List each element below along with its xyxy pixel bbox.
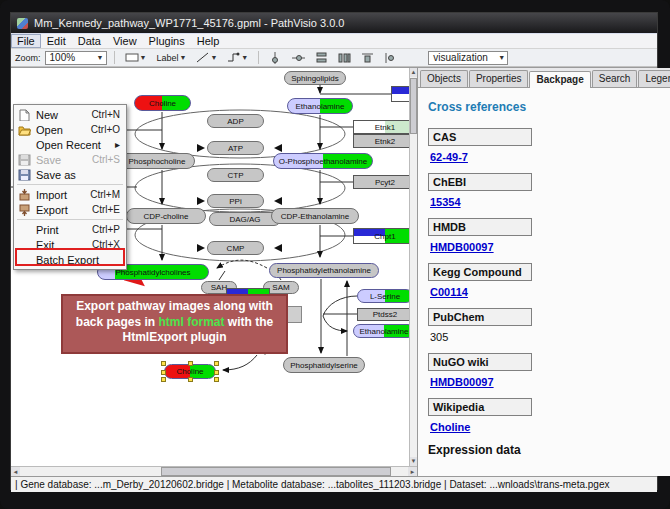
connector-tool-button[interactable]: ▼: [224, 50, 251, 65]
xref-link[interactable]: 15354: [430, 196, 461, 208]
chevron-down-icon: ▼: [140, 54, 147, 61]
stack-horizontal-button[interactable]: [335, 50, 354, 66]
tab-search[interactable]: Search: [592, 70, 638, 87]
gene-box-icon: [125, 52, 139, 63]
xref-link[interactable]: C00114: [430, 286, 468, 298]
tab-properties[interactable]: Properties: [469, 70, 529, 87]
node-ppi[interactable]: PPi: [207, 194, 264, 208]
xref-source-name: CAS: [428, 128, 532, 146]
app-window: Mm_Kennedy_pathway_WP1771_45176.gpml - P…: [10, 12, 658, 490]
file-menu-batch-export[interactable]: Batch Export: [14, 252, 126, 267]
visualization-combobox[interactable]: visualization▼: [428, 51, 508, 65]
gene-box-etnk1[interactable]: Etnk1: [353, 120, 409, 134]
connector-icon: [227, 52, 240, 63]
node-ethanolamine-bottom[interactable]: Ethanolamine: [353, 324, 409, 338]
node-ctp[interactable]: CTP: [207, 168, 264, 182]
xref-link[interactable]: Choline: [430, 421, 470, 433]
selection-handle[interactable]: [161, 361, 166, 366]
node-sphingolipids[interactable]: Sphingolipids: [284, 71, 346, 85]
node-choline-selected[interactable]: Choline: [164, 364, 216, 379]
xref-section-wikipedia: Wikipedia Choline: [428, 398, 670, 433]
node-cdp-ethanolamine[interactable]: CDP-Ethanolamine: [271, 208, 359, 224]
zoom-combobox[interactable]: 100%▼: [45, 51, 107, 65]
label-tool-button[interactable]: Label ▼: [153, 51, 189, 65]
scroll-right-icon[interactable]: ►: [408, 467, 417, 476]
align-top-button[interactable]: [358, 50, 377, 66]
node-o-phosphoethanolamine[interactable]: O-Phosphoethanolamine: [273, 153, 373, 169]
toolbar: Zoom: 100%▼ ▼ Label ▼ ▼ ▼ visualization▼: [11, 49, 657, 67]
node-cmp[interactable]: CMP: [207, 241, 264, 255]
tab-objects[interactable]: Objects: [420, 70, 468, 87]
menu-help[interactable]: Help: [191, 34, 226, 48]
gene-box-sgpl1[interactable]: Sgpl1: [391, 86, 409, 102]
selection-handle[interactable]: [188, 377, 193, 382]
node-ethanolamine[interactable]: Ethanolamine: [287, 98, 353, 114]
screenshot-frame: Mm_Kennedy_pathway_WP1771_45176.gpml - P…: [0, 0, 670, 509]
menu-plugins[interactable]: Plugins: [143, 34, 191, 48]
xref-link[interactable]: 62-49-7: [430, 151, 468, 163]
datanode-tool-button[interactable]: ▼: [122, 50, 150, 65]
file-menu-save[interactable]: Save Ctrl+S: [14, 152, 126, 167]
scroll-left-icon[interactable]: ◄: [11, 467, 20, 476]
tab-backpage[interactable]: Backpage: [529, 71, 590, 88]
gene-box-chpt1[interactable]: Chpt1: [353, 228, 409, 244]
menu-edit[interactable]: Edit: [41, 34, 72, 48]
horizontal-scroll-thumb[interactable]: [161, 467, 391, 476]
align-left-button[interactable]: [381, 50, 400, 66]
selection-handle[interactable]: [214, 361, 219, 366]
node-phosphatidylethanolamine[interactable]: Phosphatidylethanolamine: [269, 263, 379, 278]
file-menu-print[interactable]: Print Ctrl+P: [14, 222, 126, 237]
node-choline[interactable]: Choline: [134, 95, 191, 111]
line-icon: [196, 52, 209, 63]
horizontal-scrollbar[interactable]: ◄ ►: [11, 466, 417, 476]
tab-legend[interactable]: Legend: [638, 70, 670, 87]
xref-link[interactable]: HMDB00097: [430, 241, 494, 253]
stack-vertical-icon: [315, 52, 328, 64]
status-bar: | Gene database: ...m_Derby_20120602.bri…: [11, 476, 657, 492]
node-atp[interactable]: ATP: [207, 141, 264, 155]
file-menu-open-recent[interactable]: Open Recent ▸: [14, 137, 126, 152]
node-phosphocholine[interactable]: Phosphocholine: [119, 153, 195, 169]
gene-box-pcyt2[interactable]: Pcyt2: [353, 175, 409, 189]
node-adp[interactable]: ADP: [207, 114, 264, 128]
file-menu-open[interactable]: Open Ctrl+O: [14, 122, 126, 137]
save-disk-icon: [18, 154, 31, 166]
menu-separator: [17, 219, 123, 220]
cross-references-heading: Cross references: [428, 100, 670, 114]
align-center-y-icon: [292, 52, 305, 64]
vertical-scroll-thumb[interactable]: [410, 78, 417, 134]
file-menu-dropdown: New Ctrl+N Open Ctrl+O Open Recent ▸ Sav…: [13, 104, 127, 270]
node-cdp-choline[interactable]: CDP-choline: [126, 208, 206, 224]
chevron-down-icon: ▼: [93, 54, 104, 61]
xref-link[interactable]: HMDB00097: [430, 376, 494, 388]
selection-handle[interactable]: [214, 370, 219, 375]
file-menu-import[interactable]: Import Ctrl+M: [14, 187, 126, 202]
menu-data[interactable]: Data: [72, 34, 107, 48]
menu-separator: [17, 184, 123, 185]
submenu-arrow-icon: ▸: [115, 139, 120, 150]
line-tool-button[interactable]: ▼: [193, 50, 220, 65]
selection-handle[interactable]: [161, 377, 166, 382]
vertical-scrollbar[interactable]: ▲ ▼: [409, 68, 417, 466]
selection-handle[interactable]: [188, 361, 193, 366]
align-center-x-button[interactable]: [266, 50, 285, 66]
scroll-down-icon[interactable]: ▼: [410, 457, 417, 466]
selection-handle[interactable]: [161, 370, 166, 375]
xref-source-name: ChEBI: [428, 173, 532, 191]
scroll-up-icon[interactable]: ▲: [410, 68, 417, 77]
node-l-serine[interactable]: L-Serine: [357, 289, 409, 303]
menu-file[interactable]: File: [11, 34, 41, 48]
stack-vertical-button[interactable]: [312, 50, 331, 66]
file-menu-save-as[interactable]: Save as: [14, 167, 126, 182]
align-top-icon: [361, 52, 374, 64]
node-phosphatidylserine[interactable]: Phosphatidylserine: [283, 357, 365, 373]
menu-view[interactable]: View: [107, 34, 143, 48]
gene-box-ptdss2[interactable]: Ptdss2: [357, 308, 409, 321]
gene-box-etnk2[interactable]: Etnk2: [353, 134, 409, 148]
window-title: Mm_Kennedy_pathway_WP1771_45176.gpml - P…: [34, 17, 344, 29]
selection-handle[interactable]: [214, 377, 219, 382]
xref-value: 305: [430, 331, 670, 343]
file-menu-new[interactable]: New Ctrl+N: [14, 107, 126, 122]
file-menu-export[interactable]: Export Ctrl+E: [14, 202, 126, 217]
align-center-y-button[interactable]: [289, 50, 308, 66]
